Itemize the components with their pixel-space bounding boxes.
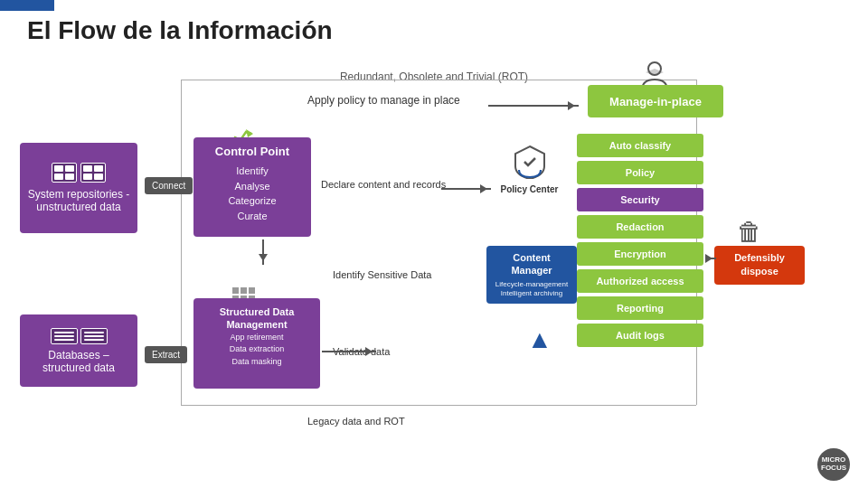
micro-focus-logo: MICRO FOCUS bbox=[817, 448, 850, 481]
mf-logo-icon: MICRO FOCUS bbox=[817, 448, 850, 481]
system-repos-box: System repositories - unstructured data bbox=[20, 143, 137, 233]
sys-icon-2 bbox=[80, 163, 106, 183]
policy-center-box: Policy Center bbox=[495, 145, 563, 195]
manage-in-place-label: Manage-in-place bbox=[609, 95, 702, 108]
trash-icon: 🗑 bbox=[737, 217, 762, 247]
db-icon-1 bbox=[51, 328, 78, 344]
defensibly-dispose-box: Defensibly dispose bbox=[714, 246, 805, 285]
dispose-arrow bbox=[705, 258, 716, 259]
sys-icons bbox=[52, 163, 106, 183]
structured-data-box: Structured Data Management App retiremen… bbox=[193, 298, 320, 389]
structured-data-items: App retirement Data extraction Data mask… bbox=[201, 332, 313, 369]
manage-in-place-box: Manage-in-place bbox=[588, 85, 723, 117]
cp-item-3: Categorize bbox=[201, 193, 304, 209]
rot-label: Redundant, Obsolete and Trivial (ROT) bbox=[340, 70, 528, 83]
system-repos-label: System repositories - unstructured data bbox=[27, 188, 130, 213]
sd-item-1: App retirement bbox=[201, 332, 313, 344]
databases-label: Databases – structured data bbox=[25, 349, 132, 374]
svg-marker-1 bbox=[246, 129, 253, 137]
cp-item-4: Curate bbox=[201, 209, 304, 224]
sd-item-3: Data masking bbox=[201, 356, 313, 369]
declare-label: Declare content and records bbox=[321, 179, 446, 190]
cp-item-1: Identify bbox=[201, 164, 304, 179]
connect-button[interactable]: Connect bbox=[145, 177, 193, 194]
control-point-items: Identify Analyse Categorize Curate bbox=[201, 164, 304, 223]
panel-redaction: Redaction bbox=[577, 215, 703, 239]
panel-encryption: Encryption bbox=[577, 242, 703, 266]
content-manager-box: Content Manager Lifecycle-management Int… bbox=[486, 246, 577, 304]
policy-center-icon bbox=[495, 145, 563, 184]
identify-arrow bbox=[262, 239, 264, 265]
policy-center-label: Policy Center bbox=[495, 184, 563, 195]
panel-policy: Policy bbox=[577, 161, 703, 184]
identify-sensitive-label: Identify Sensitive Data bbox=[333, 269, 431, 280]
control-point-box: Control Point Identify Analyse Categoriz… bbox=[193, 137, 311, 237]
policy-arrow bbox=[488, 105, 579, 107]
content-manager-title: Content Manager bbox=[492, 251, 571, 277]
svg-rect-4 bbox=[249, 287, 255, 294]
extract-button[interactable]: Extract bbox=[145, 346, 187, 363]
up-arrow-icon: ▲ bbox=[527, 325, 552, 354]
cp-item-2: Analyse bbox=[201, 179, 304, 194]
db-icons bbox=[51, 328, 108, 344]
right-panel: Auto classify Policy Security Redaction … bbox=[577, 134, 703, 347]
legacy-label: Legacy data and ROT bbox=[307, 416, 405, 427]
panel-auto-classify: Auto classify bbox=[577, 134, 703, 157]
svg-rect-3 bbox=[241, 287, 247, 294]
rot-border-top bbox=[181, 80, 696, 80]
panel-security: Security bbox=[577, 188, 703, 211]
panel-reporting: Reporting bbox=[577, 296, 703, 320]
panel-authorized-access: Authorized access bbox=[577, 269, 703, 293]
db-icon-2 bbox=[80, 328, 108, 344]
page-title: El Flow de la Información bbox=[27, 16, 333, 45]
declare-arrow bbox=[441, 188, 491, 190]
structured-data-title: Structured Data Management bbox=[201, 305, 313, 332]
content-manager-subtitle: Lifecycle-management Intelligent archivi… bbox=[492, 280, 571, 299]
panel-audit-logs: Audit logs bbox=[577, 324, 703, 347]
control-point-title: Control Point bbox=[201, 145, 304, 158]
sd-item-2: Data extraction bbox=[201, 343, 313, 356]
apply-policy-label: Apply policy to manage in place bbox=[307, 94, 460, 107]
svg-rect-2 bbox=[232, 287, 239, 294]
accent-bar bbox=[0, 0, 54, 11]
rot-border-bottom bbox=[181, 405, 696, 406]
validate-arrow bbox=[322, 351, 376, 352]
databases-box: Databases – structured data bbox=[20, 314, 137, 387]
sys-icon-1 bbox=[52, 163, 77, 183]
